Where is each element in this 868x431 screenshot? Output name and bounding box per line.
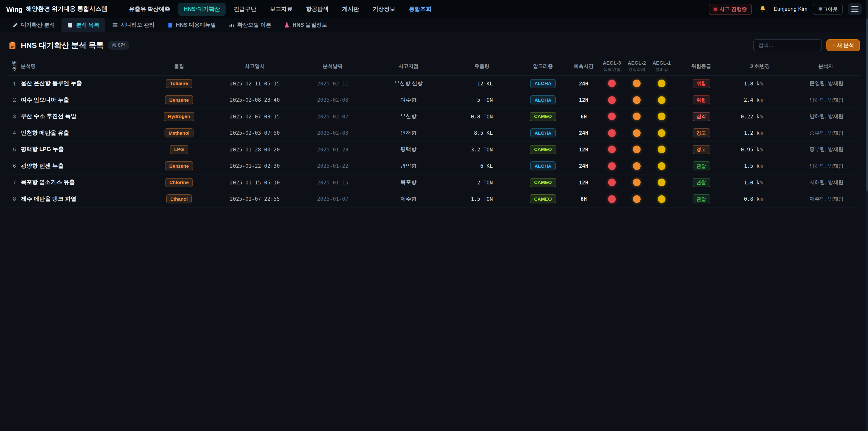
aegl3-indicator-dot — [608, 113, 616, 120]
grade-badge: 위험 — [692, 95, 710, 104]
tab-1[interactable]: 분석 목록 — [62, 18, 105, 32]
cell-grade: 위험 — [674, 95, 728, 104]
cell-date: 2025-02-03 — [294, 130, 371, 136]
table-row[interactable]: 4인천항 메탄올 유출Methanol2025-02-03 07:502025-… — [8, 125, 860, 142]
tab-3[interactable]: HNS 대응매뉴얼 — [161, 18, 222, 32]
cell-date: 2025-01-07 — [294, 196, 371, 202]
table-row[interactable]: 2여수 암모니아 누출Benzene2025-02-08 23:402025-0… — [8, 92, 860, 109]
hamburger-menu-button[interactable] — [848, 3, 862, 15]
table-row[interactable]: 5평택항 LPG 누출LPG2025-01-28 00:202025-01-28… — [8, 142, 860, 158]
brand[interactable]: Wing 해양환경 위기대응 통합시스템 — [6, 5, 107, 13]
new-analysis-button[interactable]: + 새 분석 — [827, 39, 860, 51]
nav-item-4[interactable]: 항공탐색 — [301, 2, 334, 16]
cell-grade: 관찰 — [674, 178, 728, 187]
cell-duration: 12H — [568, 180, 599, 186]
cell-aegl2 — [624, 96, 649, 104]
cell-date: 2025-01-22 — [294, 163, 371, 169]
app-title: 해양환경 위기대응 통합시스템 — [26, 5, 107, 13]
cell-analyst: 남해팀, 방재팀 — [792, 113, 860, 120]
scenario-icon — [112, 22, 118, 28]
tab-0[interactable]: 대기확산 분석 — [6, 18, 61, 32]
column-header-no: 번호 — [8, 60, 21, 72]
tab-label: 확산모델 이론 — [237, 21, 271, 29]
nav-item-0[interactable]: 유출유 확산예측 — [124, 2, 176, 16]
table-row[interactable]: 8제주 에탄올 탱크 파열Ethanol2025-01-07 22:552025… — [8, 191, 860, 208]
manual-icon — [167, 22, 173, 28]
tab-label: HNS 대응매뉴얼 — [176, 21, 216, 29]
clipboard-icon — [8, 41, 17, 50]
column-header-sublabel: 건강피해 — [624, 67, 649, 72]
aegl2-indicator-dot — [633, 179, 641, 186]
column-header-sublabel: 생명위험 — [599, 67, 624, 72]
incident-status-badge[interactable]: 사고 진행중 — [709, 3, 752, 15]
nav-item-6[interactable]: 기상정보 — [367, 2, 401, 16]
logout-button[interactable]: 로그아웃 — [813, 3, 843, 15]
column-header-label: 피해반경 — [728, 63, 792, 69]
cell-amount: 6 KL — [446, 163, 518, 169]
cell-aegl1 — [649, 195, 674, 203]
table-row[interactable]: 1울산 온산항 톨루엔 누출Toluene2025-02-11 05:15202… — [8, 75, 860, 92]
aegl1-indicator-dot — [658, 129, 665, 137]
cell-datetime: 2025-01-15 05:10 — [215, 180, 294, 186]
cell-name: 제주 에탄올 탱크 파열 — [21, 195, 143, 203]
cell-date: 2025-01-15 — [294, 180, 371, 186]
algorithm-badge: ALOHA — [530, 128, 556, 137]
aegl1-indicator-dot — [658, 113, 665, 120]
page-title: HNS 대기확산 분석 목록 — [21, 40, 104, 51]
cell-name: 인천항 메탄올 유출 — [21, 129, 143, 137]
substance-badge: Benzene — [165, 95, 193, 104]
tab-2[interactable]: 시나리오 관리 — [106, 18, 160, 32]
nav-item-1[interactable]: HNS·대기확산 — [178, 2, 225, 16]
cell-no: 2 — [8, 97, 21, 103]
cell-duration: 24H — [568, 163, 599, 169]
cell-location: 제주항 — [371, 195, 446, 203]
aegl2-indicator-dot — [633, 129, 641, 137]
cell-aegl2 — [624, 146, 649, 153]
scrollbar-thumb[interactable] — [866, 19, 868, 191]
cell-location: 부산항 신항 — [371, 80, 446, 88]
cell-aegl2 — [624, 179, 649, 186]
nav-item-3[interactable]: 보고자료 — [265, 2, 298, 16]
cell-no: 8 — [8, 196, 21, 202]
nav-item-5[interactable]: 게시판 — [337, 2, 365, 16]
cell-analyst: 남해팀, 방재팀 — [792, 97, 860, 103]
grade-badge: 관찰 — [692, 178, 710, 187]
cell-date: 2025-01-28 — [294, 147, 371, 153]
column-header-label: 분석자 — [792, 63, 860, 69]
cell-location: 부산항 — [371, 113, 446, 120]
cell-grade: 관찰 — [674, 194, 728, 204]
cell-location: 평택항 — [371, 146, 446, 153]
cell-algorithm: CAMEO — [518, 112, 568, 121]
table-row[interactable]: 7목포항 염소가스 유출Chlorine2025-01-15 05:102025… — [8, 175, 860, 191]
nav-item-7[interactable]: 통합조회 — [403, 2, 437, 16]
column-header-analyst: 분석자 — [792, 63, 860, 69]
algorithm-badge: ALOHA — [530, 95, 556, 104]
algorithm-badge: CAMEO — [530, 112, 556, 121]
tab-4[interactable]: 확산모델 이론 — [223, 18, 277, 32]
column-header-label: 위험등급 — [674, 63, 728, 69]
cell-duration: 6H — [568, 196, 599, 202]
cell-datetime: 2025-02-03 07:50 — [215, 130, 294, 136]
cell-algorithm: CAMEO — [518, 194, 568, 204]
substance-badge: Benzene — [165, 161, 193, 171]
cell-no: 6 — [8, 163, 21, 169]
cell-aegl1 — [649, 113, 674, 120]
nav-item-2[interactable]: 긴급구난 — [228, 2, 262, 16]
grade-badge: 경고 — [692, 145, 710, 154]
table-row[interactable]: 3부산 수소 추진선 폭발Hydrogen2025-02-07 03:15202… — [8, 109, 860, 125]
tab-5[interactable]: HNS 물질정보 — [278, 18, 333, 32]
algorithm-badge: ALOHA — [530, 79, 556, 88]
cell-location: 목포항 — [371, 179, 446, 186]
table-row[interactable]: 6광양항 벤젠 누출Benzene2025-01-22 02:302025-01… — [8, 158, 860, 175]
cell-name: 울산 온산항 톨루엔 누출 — [21, 80, 143, 88]
aegl1-indicator-dot — [658, 96, 665, 104]
search-input[interactable] — [753, 39, 822, 51]
column-header-sublabel: 불쾌감 — [649, 67, 674, 72]
cell-aegl2 — [624, 162, 649, 170]
cell-radius: 1.2 km — [728, 130, 792, 136]
column-header-grade: 위험등급 — [674, 63, 728, 69]
vertical-scrollbar[interactable] — [866, 0, 868, 431]
cell-amount: 3.2 TON — [446, 147, 518, 153]
notification-bell-button[interactable] — [757, 4, 768, 14]
pencil-icon — [12, 22, 18, 28]
